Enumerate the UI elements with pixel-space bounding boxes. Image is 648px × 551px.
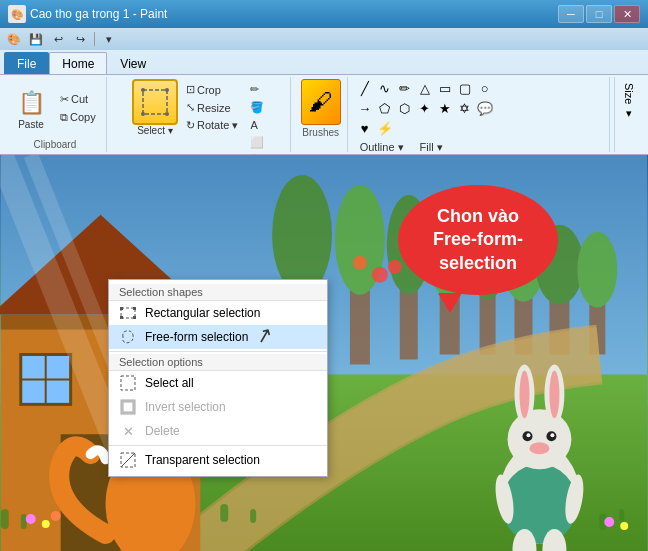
app-menu-icon[interactable]: 🎨 <box>4 30 24 48</box>
window-title: Cao tho ga trong 1 - Paint <box>30 7 558 21</box>
fill-color-button[interactable]: Fill ▾ <box>416 139 447 156</box>
cut-icon: ✂ <box>60 93 69 106</box>
select-all-item[interactable]: Select all <box>109 371 327 395</box>
redo-button[interactable]: ↪ <box>70 30 90 48</box>
svg-rect-83 <box>121 376 135 390</box>
invert-selection-item: Invert selection <box>109 395 327 419</box>
close-button[interactable]: ✕ <box>614 5 640 23</box>
shape-triangle[interactable]: △ <box>416 79 434 97</box>
dropdown-separator-2 <box>109 445 327 446</box>
svg-point-53 <box>508 409 572 469</box>
shape-freeform[interactable]: ✏ <box>396 79 414 97</box>
text-button[interactable]: A <box>246 117 268 133</box>
brushes-label: Brushes <box>302 127 339 138</box>
svg-point-24 <box>353 256 367 270</box>
tab-home[interactable]: Home <box>49 52 107 74</box>
shape-rect[interactable]: ▭ <box>436 79 454 97</box>
svg-point-60 <box>526 433 530 437</box>
eraser-button[interactable]: ⬜ <box>246 134 268 151</box>
shape-line[interactable]: ╱ <box>356 79 374 97</box>
ribbon-content: 📋 Paste ✂ Cut ⧉ Copy Clipboard <box>0 74 648 154</box>
rotate-button[interactable]: ↻ Rotate ▾ <box>182 117 242 134</box>
crop-resize-col: ⊡ Crop ⤡ Resize ↻ Rotate ▾ <box>182 81 242 134</box>
svg-point-75 <box>51 511 61 521</box>
select-tool[interactable]: Select ▾ <box>132 79 178 136</box>
shape-star6[interactable]: ✡ <box>456 99 474 117</box>
selection-shapes-section: Selection shapes <box>109 284 327 301</box>
shape-roundrect[interactable]: ▢ <box>456 79 474 97</box>
paste-button[interactable]: 📋 Paste <box>10 84 52 133</box>
tab-file[interactable]: File <box>4 52 49 74</box>
selection-options-section: Selection options <box>109 354 327 371</box>
rotate-icon: ↻ <box>186 119 195 132</box>
svg-point-22 <box>577 232 617 308</box>
clipboard-secondary: ✂ Cut ⧉ Copy <box>56 91 100 126</box>
cut-button[interactable]: ✂ Cut <box>56 91 100 108</box>
save-button[interactable]: 💾 <box>26 30 46 48</box>
toolbar-separator <box>94 32 95 46</box>
freeform-selection-item[interactable]: Free-form selection <box>109 325 327 349</box>
shape-callout[interactable]: 💬 <box>476 99 494 117</box>
ribbon: File Home View 📋 Paste ✂ Cut ⧉ Copy <box>0 50 648 155</box>
shape-ellipse[interactable]: ○ <box>476 79 494 97</box>
invert-selection-label: Invert selection <box>145 400 226 414</box>
select-label: Select ▾ <box>137 125 173 136</box>
shape-heart[interactable]: ♥ <box>356 119 374 137</box>
resize-icon: ⤡ <box>186 101 195 114</box>
svg-point-25 <box>388 260 402 274</box>
shape-lightning[interactable]: ⚡ <box>376 119 394 137</box>
select-all-icon <box>119 374 137 392</box>
ribbon-tabs: File Home View <box>0 50 648 74</box>
transparent-selection-item[interactable]: Transparent selection <box>109 448 327 472</box>
customize-button[interactable]: ▾ <box>99 30 119 48</box>
brushes-icon[interactable]: 🖌 <box>301 79 341 125</box>
svg-point-77 <box>620 522 628 530</box>
shape-star5[interactable]: ★ <box>436 99 454 117</box>
svg-line-87 <box>121 453 135 467</box>
svg-rect-80 <box>133 307 136 310</box>
pencil-button[interactable]: ✏ <box>246 81 268 98</box>
shape-arrow[interactable]: → <box>356 99 374 117</box>
maximize-button[interactable]: □ <box>586 5 612 23</box>
resize-button[interactable]: ⤡ Resize <box>182 99 242 116</box>
svg-point-23 <box>372 267 388 283</box>
size-label[interactable]: Size ▾ <box>619 79 640 124</box>
svg-point-73 <box>26 514 36 524</box>
svg-rect-69 <box>220 504 228 522</box>
shape-curve[interactable]: ∿ <box>376 79 394 97</box>
shape-star4[interactable]: ✦ <box>416 99 434 117</box>
svg-rect-79 <box>120 307 123 310</box>
fill-button[interactable]: 🪣 <box>246 99 268 116</box>
size-group: Size ▾ <box>614 77 644 152</box>
svg-point-56 <box>520 370 530 418</box>
shapes-options: Outline ▾ Fill ▾ <box>356 139 605 156</box>
svg-point-1 <box>141 88 145 92</box>
outline-button[interactable]: Outline ▾ <box>356 139 408 156</box>
transparent-selection-label: Transparent selection <box>145 453 260 467</box>
window-controls: ─ □ ✕ <box>558 5 640 23</box>
undo-button[interactable]: ↩ <box>48 30 68 48</box>
shapes-group: ╱ ∿ ✏ △ ▭ ▢ ○ → ⬠ ⬡ ✦ ★ ✡ 💬 ♥ ⚡ Outline … <box>352 77 610 152</box>
copy-icon: ⧉ <box>60 111 68 124</box>
app-icon: 🎨 <box>8 5 26 23</box>
shape-hexagon[interactable]: ⬡ <box>396 99 414 117</box>
copy-button[interactable]: ⧉ Copy <box>56 109 100 126</box>
tab-view[interactable]: View <box>107 52 159 74</box>
svg-rect-82 <box>133 316 136 319</box>
shape-pentagon[interactable]: ⬠ <box>376 99 394 117</box>
minimize-button[interactable]: ─ <box>558 5 584 23</box>
clipboard-group: 📋 Paste ✂ Cut ⧉ Copy Clipboard <box>4 77 107 152</box>
svg-rect-78 <box>121 308 135 318</box>
svg-rect-72 <box>619 509 624 521</box>
rectangular-selection-item[interactable]: Rectangular selection <box>109 301 327 325</box>
clipboard-label: Clipboard <box>33 139 76 150</box>
svg-point-74 <box>42 520 50 528</box>
svg-point-4 <box>165 112 169 116</box>
delete-icon: ✕ <box>119 422 137 440</box>
shapes-palette: ╱ ∿ ✏ △ ▭ ▢ ○ → ⬠ ⬡ ✦ ★ ✡ 💬 ♥ ⚡ <box>356 79 496 137</box>
title-bar: 🎨 Cao tho ga trong 1 - Paint ─ □ ✕ <box>0 0 648 28</box>
invert-selection-icon <box>119 398 137 416</box>
freeform-selection-icon <box>119 328 137 346</box>
svg-rect-67 <box>1 509 9 529</box>
crop-button[interactable]: ⊡ Crop <box>182 81 242 98</box>
